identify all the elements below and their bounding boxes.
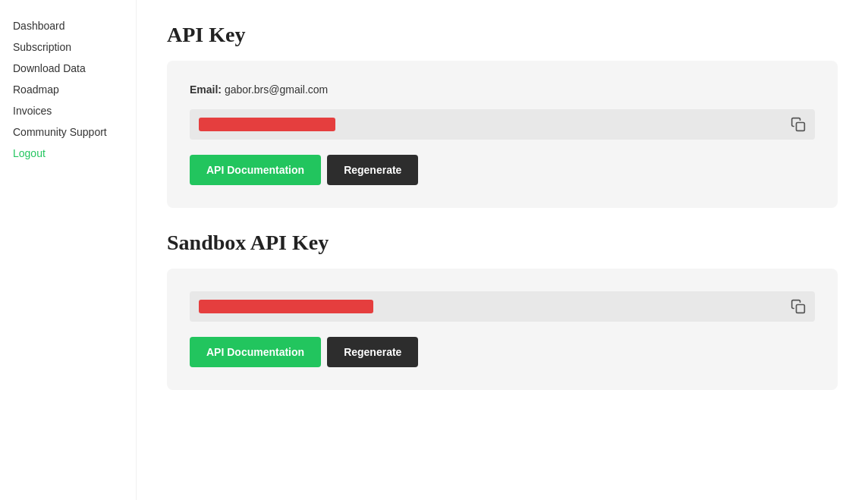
sandbox-regenerate-button[interactable]: Regenerate [327,337,418,367]
sandbox-key-redacted [199,300,373,313]
sandbox-key-input-row [190,291,815,322]
sidebar-item-community-support[interactable]: Community Support [11,121,124,143]
sandbox-api-docs-button[interactable]: API Documentation [190,337,321,367]
api-key-card: Email: gabor.brs@gmail.com API Documenta… [167,61,838,208]
api-key-input-row [190,109,815,140]
sidebar-item-invoices[interactable]: Invoices [11,100,124,121]
api-key-button-row: API Documentation Regenerate [190,155,815,185]
sidebar-item-dashboard[interactable]: Dashboard [11,15,124,36]
sidebar-item-subscription[interactable]: Subscription [11,36,124,58]
api-key-copy-icon[interactable] [791,117,806,132]
main-content: API Key Email: gabor.brs@gmail.com API D… [137,0,868,500]
sandbox-api-key-title: Sandbox API Key [167,231,838,255]
sandbox-button-row: API Documentation Regenerate [190,337,815,367]
email-label: Email: [190,83,222,96]
email-row: Email: gabor.brs@gmail.com [190,83,815,96]
svg-rect-1 [797,305,805,313]
svg-rect-0 [797,123,805,131]
sandbox-api-key-card: API Documentation Regenerate [167,269,838,390]
sandbox-key-copy-icon[interactable] [791,299,806,314]
api-key-redacted [199,118,335,131]
api-key-title: API Key [167,23,838,47]
sidebar-item-roadmap[interactable]: Roadmap [11,79,124,100]
sidebar-item-download-data[interactable]: Download Data [11,58,124,79]
email-text: gabor.brs@gmail.com [225,83,328,96]
regenerate-button[interactable]: Regenerate [327,155,418,185]
sidebar: Dashboard Subscription Download Data Roa… [0,0,137,500]
api-docs-button[interactable]: API Documentation [190,155,321,185]
sidebar-item-logout[interactable]: Logout [11,143,124,164]
